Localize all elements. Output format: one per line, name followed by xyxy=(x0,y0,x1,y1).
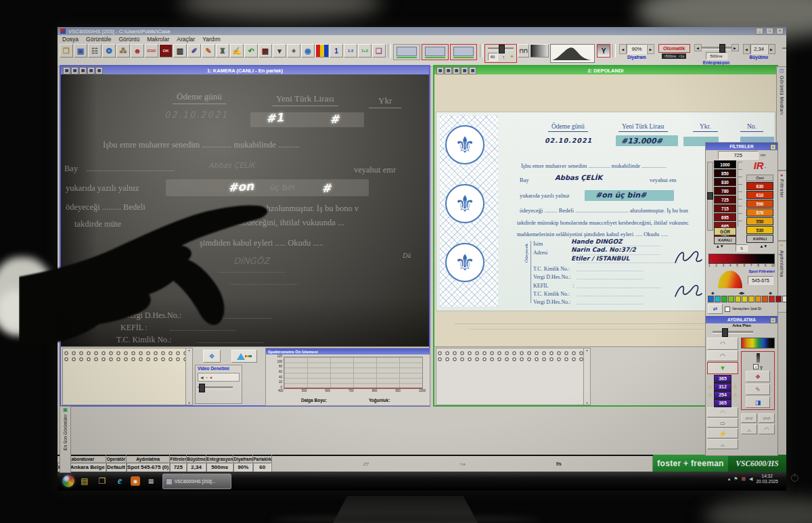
dome-lamp-button[interactable]: ◠ xyxy=(707,407,738,417)
window-tool-icon[interactable]: ▦ xyxy=(436,67,444,74)
video-slider[interactable] xyxy=(199,384,205,392)
filter-button[interactable]: 610 xyxy=(746,191,773,199)
menu-item[interactable]: Araçlar xyxy=(177,36,195,43)
toolbar-icon[interactable]: ⌖ xyxy=(287,44,300,58)
clock[interactable]: 14:32 20.03.2025 xyxy=(756,474,778,485)
filter-button[interactable]: 830 xyxy=(714,178,736,186)
illumination-panel-titlebar[interactable]: AYDINLATMA ▪ xyxy=(706,316,777,323)
window-tool-icon[interactable]: ▦ xyxy=(71,67,78,74)
spectrum-inspect-button[interactable]: ◨ xyxy=(746,396,770,408)
swatch-button[interactable] xyxy=(721,296,727,302)
menu-item[interactable]: Dosya xyxy=(62,36,78,43)
gamma-checkbox[interactable]: ✓ xyxy=(753,364,759,369)
window-tool-icon[interactable]: ▦ xyxy=(63,67,70,74)
toolbar-icon[interactable]: ▥ xyxy=(173,44,187,58)
filmstrip-gallery[interactable] xyxy=(62,348,187,405)
filter-button[interactable]: 1000 xyxy=(714,160,736,168)
diamond-left-button[interactable]: ◆ xyxy=(711,290,715,295)
browser-icon[interactable]: e xyxy=(114,476,125,486)
gamma-button[interactable]: Y xyxy=(597,44,610,58)
filter-off-button[interactable]: KAPALI xyxy=(714,236,736,244)
swatch-button[interactable] xyxy=(748,296,754,302)
aperture-value[interactable]: 90% xyxy=(627,44,647,54)
filter-button[interactable]: 590 xyxy=(746,200,773,208)
single-lamp-button[interactable]: ◠ xyxy=(707,350,738,361)
filter-button[interactable]: 725 xyxy=(714,196,736,204)
record-icon[interactable]: ● xyxy=(210,376,212,380)
sticky-notes-icon[interactable]: ▤ xyxy=(79,476,90,486)
toolbar-icon[interactable]: ◉ xyxy=(301,44,315,58)
toolbar-icon[interactable]: ▾ xyxy=(273,44,286,58)
capture-settings-button[interactable]: ❖ xyxy=(746,371,770,382)
filter-button[interactable]: 850 xyxy=(714,169,736,177)
app-titlebar[interactable]: VSC6000/HS [203] - C:\Users\Public\Case … xyxy=(58,27,786,35)
power-button[interactable] xyxy=(791,474,798,482)
uv-lamp-button[interactable]: 365 xyxy=(714,375,731,383)
toolbar-icon[interactable]: ☷ xyxy=(88,44,102,58)
spectrometer-title[interactable]: Spektrometre Ön İzlemesi xyxy=(266,348,430,355)
tray-expand-icon[interactable]: ▴ xyxy=(728,476,731,482)
toolbar-icon[interactable]: 1+2 xyxy=(358,44,371,58)
swatch-button[interactable] xyxy=(708,296,714,302)
angle-lamp-button[interactable]: ▱▱ xyxy=(741,413,757,423)
annotate-button[interactable]: ✎ xyxy=(746,384,770,395)
camera-window-titlebar[interactable]: ▦▦▦▦▦ 1: KAMERA (CANLI - En parlak) xyxy=(61,66,429,74)
menu-item[interactable]: Yardım xyxy=(202,36,221,43)
brightness-icon[interactable]: ☀ xyxy=(510,54,514,60)
magnification-down[interactable]: ◀ xyxy=(743,44,750,54)
action-center-icon[interactable]: ⚑ xyxy=(734,476,738,482)
images-button[interactable]: ❖ xyxy=(203,350,221,363)
toolbar-icon[interactable]: ❐ xyxy=(60,44,73,58)
window-tool-icon[interactable]: ▦ xyxy=(453,67,460,74)
swatch-button[interactable] xyxy=(715,296,721,302)
close-button[interactable]: × xyxy=(776,28,784,35)
pin-icon[interactable]: ▪ xyxy=(770,144,776,150)
filter-button[interactable]: 570 xyxy=(746,208,773,217)
menu-item[interactable]: Görüntüle xyxy=(86,36,111,43)
filter-button[interactable]: 630 xyxy=(746,182,773,190)
magnification-value[interactable]: 2,34 xyxy=(750,44,768,54)
toolbar-icon[interactable]: OK xyxy=(159,44,173,58)
glancing-lamp-button[interactable]: ◞◟ xyxy=(741,424,757,434)
transfer-icon[interactable]: ⇄ xyxy=(708,304,723,314)
filter-button[interactable]: 695 xyxy=(714,213,736,221)
layout-button[interactable] xyxy=(450,44,477,60)
toolbar-icon[interactable]: ↶ xyxy=(244,44,258,58)
integration-right[interactable]: ▶ xyxy=(731,44,739,51)
swatch-button[interactable] xyxy=(769,296,775,302)
toolbar-icon[interactable]: ☻ xyxy=(131,44,144,58)
swatch-button[interactable] xyxy=(755,296,761,302)
filter-off-button[interactable]: KAPALI xyxy=(746,235,773,243)
toolbar-icon[interactable]: ✎ xyxy=(202,44,215,58)
arrows-button[interactable]: ◀▶ xyxy=(738,290,744,295)
swatch-button[interactable] xyxy=(782,296,786,302)
swatch-button[interactable] xyxy=(775,296,782,302)
flash-button[interactable]: ⚡ xyxy=(707,428,738,438)
prism-button[interactable] xyxy=(231,350,257,363)
toolbar-icon[interactable]: 1 xyxy=(330,44,343,58)
explorer-icon[interactable]: ❐ xyxy=(97,476,108,486)
integration-slider[interactable] xyxy=(719,44,725,53)
toolbar-icon[interactable]: ❂ xyxy=(102,44,116,58)
filmstrip-scrollbar[interactable]: ▲▼ xyxy=(185,348,193,405)
magnification-up[interactable]: ▶ xyxy=(768,44,775,54)
menu-item[interactable]: Görüntü xyxy=(118,36,139,43)
window-tool-icon[interactable]: ▦ xyxy=(445,67,452,74)
uv-lamp-button[interactable]: 254 xyxy=(714,391,731,399)
volume-icon[interactable]: ◀ xyxy=(749,476,752,482)
layout-button[interactable] xyxy=(393,44,420,60)
integration-marks-icon[interactable]: ⊓⊓ xyxy=(518,44,529,58)
play-icon[interactable]: ◀ xyxy=(200,375,204,380)
toolbar-icon[interactable]: ✐ xyxy=(187,44,201,58)
filter-button[interactable]: 530 xyxy=(746,226,773,234)
aperture-down[interactable]: ◀ xyxy=(619,44,627,54)
swatch-button[interactable] xyxy=(762,296,768,302)
diamond-right-button[interactable]: ◆ xyxy=(769,290,772,295)
up-arrow-icon[interactable]: ↑ xyxy=(503,55,505,60)
toolbar-icon[interactable]: ⁂ xyxy=(116,44,130,58)
active-spot-lamp-button[interactable]: ▼ xyxy=(707,362,738,374)
uv-lamp-button[interactable]: 365 xyxy=(714,399,731,407)
spectrum-bar-button[interactable] xyxy=(741,338,775,348)
toolbar-icon[interactable]: ICAO xyxy=(145,44,158,58)
aperture-up[interactable]: ▶ xyxy=(647,44,654,54)
